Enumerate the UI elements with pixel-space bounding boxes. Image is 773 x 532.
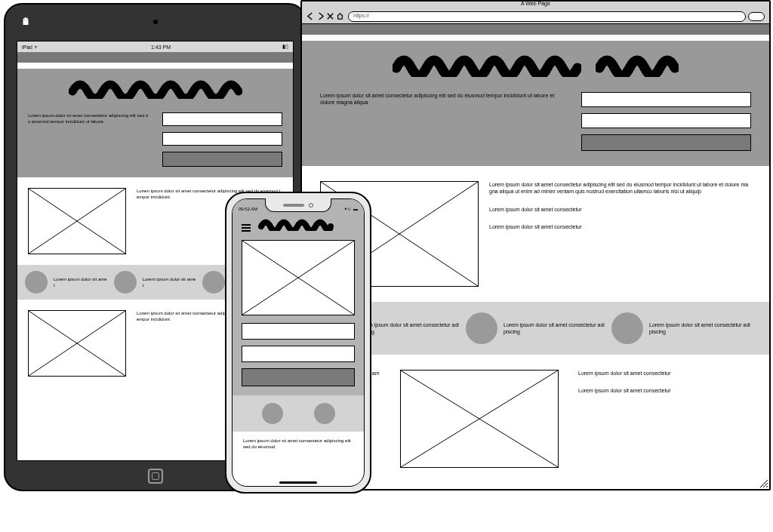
feature-dot (314, 403, 335, 424)
hero-copy: Lorem ipsum dolor sit amet consectetur a… (320, 92, 559, 151)
hero-submit-button[interactable] (242, 368, 355, 386)
image-placeholder (242, 240, 355, 315)
headline-scribble (596, 51, 679, 77)
content-copy: Lorem ipsum dolor sit amet consectetur a… (489, 181, 751, 195)
svg-line-3 (29, 189, 125, 254)
phone-screen: 09:52 AM ▮ ᯤ ▬ Lorem ipsum dolor (232, 198, 365, 487)
feature-dot (202, 271, 225, 294)
phone-hero (233, 213, 364, 395)
feature-copy: Lorem ipsum dolor sit amet consectetur a… (358, 321, 460, 336)
hero-input-2[interactable] (242, 346, 355, 362)
feature-dot (262, 403, 283, 424)
image-placeholder (400, 370, 559, 468)
phone-feature-strip (233, 395, 364, 432)
address-bar[interactable]: https:// (348, 11, 746, 22)
hero-copy: Lorem ipsum dolor sit amet consectetur a… (28, 112, 149, 167)
svg-line-4 (29, 189, 125, 254)
image-placeholder (28, 310, 126, 377)
feature-copy: Lorem ipsum dolor sit amet consectetur a… (504, 321, 605, 336)
phone-notch (265, 198, 331, 212)
resize-grip-icon[interactable] (760, 480, 768, 487)
hero-submit-button[interactable] (162, 152, 283, 167)
tablet-camera (153, 20, 158, 24)
forward-icon[interactable] (316, 10, 325, 23)
back-icon[interactable] (306, 10, 315, 23)
android-icon (20, 17, 31, 29)
svg-point-0 (24, 18, 25, 19)
phone-time: 09:52 AM (239, 207, 257, 211)
content-row-2: Lorem ipsum dolor sit amet consectetur L… (302, 355, 769, 483)
feature-copy: Lorem ipsum dolor sit amet (54, 276, 108, 288)
status-icons: ▮ ᯤ ▬ (344, 207, 358, 211)
hero-input-1[interactable] (162, 112, 283, 126)
home-icon[interactable] (336, 10, 344, 23)
content-copy: Lorem ipsum dolor sit amet consectetur a… (233, 432, 364, 456)
hero-input-1[interactable] (242, 323, 355, 340)
hamburger-icon[interactable] (242, 224, 251, 232)
svg-point-1 (26, 18, 27, 19)
tablet-hero: Lorem ipsum dolor sit amet consectetur a… (17, 69, 293, 177)
svg-line-5 (29, 311, 125, 376)
tablet-status-bar: iPad ᯤ 1:43 PM ▮▯ (17, 42, 293, 52)
feature-dot (25, 271, 48, 294)
battery-icon: ▮▯ (282, 44, 288, 50)
content-copy: Lorem ipsum dolor sit amet consectetur (489, 206, 751, 213)
content-row-1: Lorem ipsum dolor sit amet consectetur a… (302, 166, 769, 302)
svg-line-9 (401, 371, 558, 467)
tablet-home-button[interactable] (148, 469, 163, 484)
phone-device-frame: 09:52 AM ▮ ᯤ ▬ Lorem ipsum dolor (225, 192, 371, 494)
accent-bar (302, 24, 769, 35)
image-placeholder (28, 188, 126, 254)
feature-copy: Lorem ipsum dolor sit amet consectetur a… (649, 321, 751, 336)
svg-line-10 (401, 371, 558, 467)
hero-submit-button[interactable] (581, 134, 751, 151)
feature-dot (611, 312, 643, 344)
home-indicator[interactable] (279, 481, 317, 484)
content-copy: Lorem ipsum dolor sit amet consectetur (578, 387, 751, 394)
hero-input-1[interactable] (581, 92, 751, 107)
wifi-icon: ᯤ (34, 45, 39, 50)
window-title: A Web Page (302, 1, 769, 6)
browser-hero: Lorem ipsum dolor sit amet consectetur a… (302, 41, 769, 166)
content-copy: Lorem ipsum dolor sit amet consectetur (489, 223, 751, 230)
feature-dot (114, 271, 137, 294)
headline-scribble (69, 76, 242, 99)
stop-icon[interactable] (326, 10, 334, 23)
headline-scribble (393, 51, 581, 77)
tablet-carrier: iPad (22, 45, 32, 50)
svg-line-12 (242, 241, 354, 315)
browser-menu-pill[interactable] (748, 12, 765, 21)
front-camera-icon (309, 203, 313, 208)
hero-input-2[interactable] (581, 113, 751, 128)
svg-line-11 (242, 241, 354, 315)
content-copy: Lorem ipsum dolor sit amet consectetur (578, 370, 751, 377)
browser-feature-strip: Lorem ipsum dolor sit amet consectetur a… (302, 302, 769, 355)
browser-toolbar: A Web Page https:// (302, 2, 769, 24)
svg-line-6 (29, 311, 125, 376)
svg-rect-2 (23, 20, 29, 25)
speaker-icon (283, 204, 304, 207)
hero-input-2[interactable] (162, 132, 283, 146)
headline-scribble (258, 217, 334, 231)
feature-dot (466, 312, 497, 344)
accent-bar (17, 52, 293, 63)
feature-copy: Lorem ipsum dolor sit amet (143, 276, 197, 288)
tablet-time: 1:43 PM (151, 45, 171, 50)
